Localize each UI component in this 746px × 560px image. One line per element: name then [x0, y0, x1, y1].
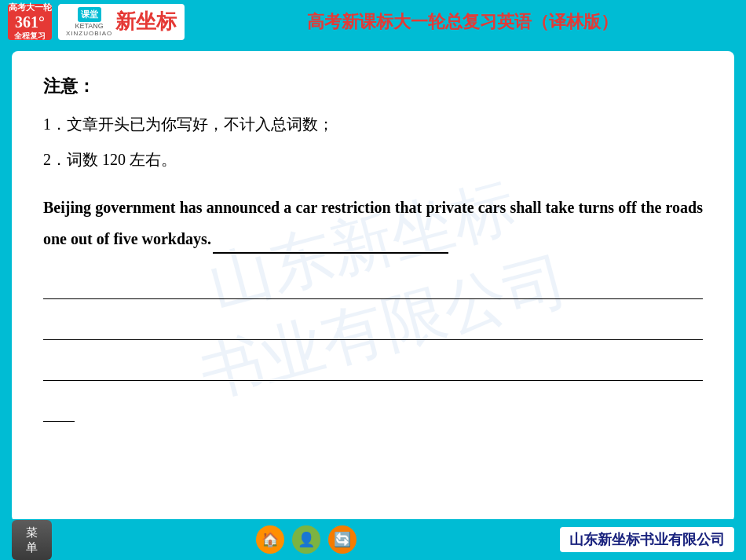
- notice-item-1: 1．文章开头已为你写好，不计入总词数；: [43, 114, 703, 135]
- refresh-icon: 🔄: [334, 531, 351, 548]
- main-content-area: 山东新坐标书业有限公司 注意： 1．文章开头已为你写好，不计入总词数； 2．词数…: [12, 51, 734, 522]
- article-content: Beijing government has announced a car r…: [43, 199, 703, 247]
- underline-extension: [213, 222, 448, 254]
- footer-company: 山东新坐标书业有限公司: [560, 527, 734, 552]
- brand-ke-label: 课堂: [78, 7, 101, 22]
- content: 注意： 1．文章开头已为你写好，不计入总词数； 2．词数 120 左右。 Bei…: [43, 75, 703, 422]
- writing-lines: [43, 262, 703, 422]
- writing-line-2: [43, 302, 703, 340]
- menu-label2: 单: [26, 540, 38, 555]
- refresh-button[interactable]: 🔄: [328, 525, 357, 554]
- xinzuobiao-label: XINZUOBIAO: [66, 30, 112, 37]
- notice-title: 注意：: [43, 75, 703, 98]
- writing-line-1: [43, 262, 703, 299]
- header: 高考大一轮 361° 全程复习 课堂 KETANG XINZUOBIAO 新坐标…: [0, 0, 746, 43]
- logo-badge: 高考大一轮 361° 全程复习: [8, 4, 52, 40]
- header-left: 高考大一轮 361° 全程复习 课堂 KETANG XINZUOBIAO 新坐标: [8, 2, 186, 42]
- badge-line3: 全程复习: [14, 31, 46, 41]
- header-title: 高考新课标大一轮总复习英语（译林版）: [186, 10, 738, 34]
- badge-line1: 高考大一轮: [9, 2, 52, 13]
- menu-button[interactable]: 菜 单: [12, 520, 52, 560]
- footer: 菜 单 🏠 👤 🔄 山东新坐标书业有限公司: [0, 519, 746, 560]
- badge-num: 361°: [15, 13, 45, 31]
- person-button[interactable]: 👤: [292, 525, 320, 554]
- menu-label: 菜: [26, 525, 38, 540]
- writing-line-3: [43, 343, 703, 381]
- brand-inner: 课堂 KETANG XINZUOBIAO: [66, 7, 112, 37]
- ketang-label: KETANG: [75, 22, 104, 30]
- writing-line-4-short: [43, 384, 75, 422]
- footer-icons: 🏠 👤 🔄: [256, 525, 357, 554]
- logo-brand: 课堂 KETANG XINZUOBIAO 新坐标: [57, 2, 186, 42]
- notice-item-2: 2．词数 120 左右。: [43, 149, 703, 170]
- home-icon: 🏠: [261, 531, 279, 548]
- article-text: Beijing government has announced a car r…: [43, 192, 703, 254]
- brand-xin-label: 新坐标: [115, 8, 177, 35]
- home-button[interactable]: 🏠: [256, 525, 284, 554]
- person-icon: 👤: [298, 531, 315, 548]
